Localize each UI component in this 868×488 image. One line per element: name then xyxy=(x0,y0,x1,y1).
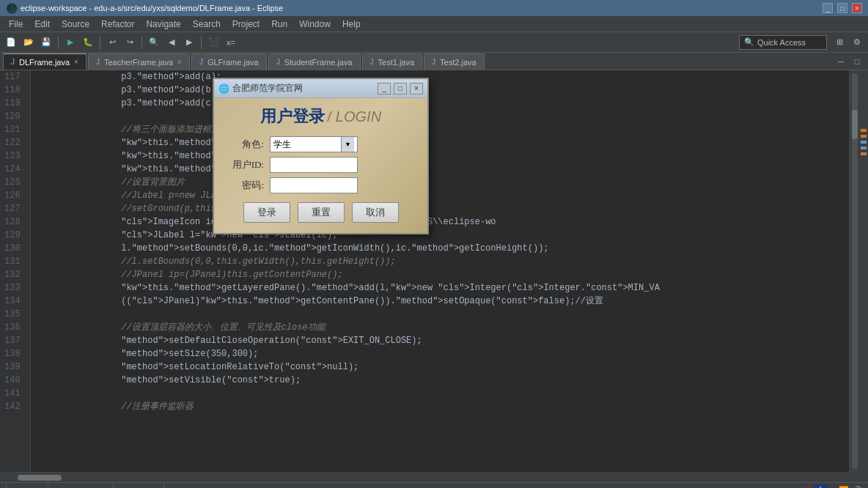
line-number: 121 xyxy=(4,123,26,136)
vars-button[interactable]: x= xyxy=(223,34,239,51)
quick-access-box[interactable]: 🔍 Quick Access xyxy=(739,35,827,50)
menu-bar: File Edit Source Refactor Navigate Searc… xyxy=(0,16,868,32)
console-button[interactable]: ⬛ xyxy=(205,34,221,51)
menu-source[interactable]: Source xyxy=(56,18,95,31)
login-button[interactable]: 登录 xyxy=(243,202,290,223)
java-icon-glframe: J xyxy=(199,58,203,66)
code-line: //将三个面板添加进框架容器中 xyxy=(37,123,843,136)
menu-search[interactable]: Search xyxy=(187,18,227,31)
status-position: 194 : 18 xyxy=(122,483,164,488)
menu-navigate[interactable]: Navigate xyxy=(140,18,186,31)
close-button[interactable]: × xyxy=(852,3,862,13)
line-number: 137 xyxy=(4,334,26,347)
code-line: "method">setVisible("const">true); xyxy=(37,374,843,387)
separator-1 xyxy=(58,36,59,49)
reset-button[interactable]: 重置 xyxy=(298,202,345,223)
next-button[interactable]: ▶ xyxy=(181,34,197,51)
line-number: 119 xyxy=(4,97,26,110)
separator-4 xyxy=(201,36,202,49)
code-line: "cls">ImageIcon ic="kw">new "cls">ImageI… xyxy=(37,215,843,229)
scrollbar-thumb[interactable] xyxy=(852,110,858,139)
line-number: 134 xyxy=(4,295,26,308)
menu-help[interactable]: Help xyxy=(336,18,367,31)
settings-button[interactable]: ⚙ xyxy=(849,34,865,51)
prev-button[interactable]: ◀ xyxy=(163,34,180,51)
run-button[interactable]: ▶ xyxy=(62,34,78,51)
new-button[interactable]: 📄 xyxy=(3,34,19,51)
menu-edit[interactable]: Edit xyxy=(29,18,56,31)
code-line: "method">setSize(350,300); xyxy=(37,347,843,361)
undo-button[interactable]: ↩ xyxy=(104,34,120,51)
line-number: 140 xyxy=(4,374,26,387)
tab-glframe[interactable]: J GLFrame.java xyxy=(191,53,267,70)
maximize-editor-button[interactable]: □ xyxy=(849,53,865,70)
userid-label: 用户ID: xyxy=(226,158,264,171)
tab-test1[interactable]: J Test1.java xyxy=(362,53,423,70)
minimize-button[interactable]: _ xyxy=(823,3,833,13)
status-insert-mode: Smart Insert xyxy=(57,483,114,488)
toolbar: 📄 📂 💾 ▶ 🐛 ↩ ↪ 🔍 ◀ ▶ ⬛ x= 🔍 Quick Access … xyxy=(0,32,868,53)
line-number: 125 xyxy=(4,176,26,189)
save-button[interactable]: 💾 xyxy=(38,34,54,51)
title-bar-controls: _ □ × xyxy=(823,3,862,13)
line-number: 138 xyxy=(4,347,26,361)
sonar-icon: S xyxy=(804,485,811,489)
perspective-button[interactable]: ⊞ xyxy=(831,34,847,51)
menu-window[interactable]: Window xyxy=(293,18,336,31)
tab-close-teacherframe[interactable]: × xyxy=(177,58,182,66)
dialog-window: 🌐 合肥师范学院官网 _ □ × 用户登录 / LOGIN 角色: 学生 xyxy=(213,78,429,234)
tab-close-dlframe[interactable]: × xyxy=(74,58,78,66)
maximize-button[interactable]: □ xyxy=(837,3,847,13)
code-line: "method">setLocationRelativeTo("const">n… xyxy=(37,361,843,374)
form-row-role: 角色: 学生 ▼ xyxy=(226,136,416,152)
code-area[interactable]: p3."method">add(a); p3."method">add(b); … xyxy=(31,70,849,472)
line-numbers: 1171181191201211221231241251261271281291… xyxy=(0,70,31,472)
line-number: 136 xyxy=(4,321,26,334)
redo-button[interactable]: ↪ xyxy=(122,34,138,51)
java-icon-dlframe: J xyxy=(11,58,15,66)
menu-file[interactable]: File xyxy=(3,18,29,31)
code-line: //JPanel ip=(JPanel)this.getContentPane(… xyxy=(37,268,843,281)
tab-label-glframe: GLFrame.java xyxy=(207,58,259,67)
scrollbar-track[interactable] xyxy=(852,73,858,469)
dialog-close-button[interactable]: × xyxy=(410,83,423,95)
code-line: "kw">this."method">getLayeredPane()."met… xyxy=(37,281,843,295)
role-label: 角色: xyxy=(226,138,264,151)
tab-studentframe[interactable]: J StudentFrame.java xyxy=(268,53,361,70)
hscroll-thumb[interactable] xyxy=(18,475,62,481)
dialog-maximize-button[interactable]: □ xyxy=(394,83,407,95)
menu-project[interactable]: Project xyxy=(227,18,265,31)
password-input[interactable] xyxy=(270,177,358,193)
line-number: 120 xyxy=(4,110,26,123)
annotation-bar xyxy=(859,70,868,472)
dialog-title-text: 合肥师范学院官网 xyxy=(232,82,375,95)
line-number: 135 xyxy=(4,308,26,321)
form-row-userid: 用户ID: xyxy=(226,157,416,173)
line-number: 129 xyxy=(4,229,26,242)
menu-run[interactable]: Run xyxy=(265,18,293,31)
tab-test2[interactable]: J Test2.java xyxy=(424,53,485,70)
java-icon-studentframe: J xyxy=(276,58,280,66)
window-title: eclipse-workspace - edu-a-s/src/edu/yxs/… xyxy=(21,4,283,12)
debug-button[interactable]: 🐛 xyxy=(80,34,96,51)
dialog-title-bar: 🌐 合肥师范学院官网 _ □ × xyxy=(214,79,427,98)
open-button[interactable]: 📂 xyxy=(21,34,37,51)
userid-input[interactable] xyxy=(270,157,358,173)
status-right: S 中 ● 📶 🔊 xyxy=(804,484,862,488)
code-line: "kw">this."method">add(p3); xyxy=(37,163,843,176)
tab-teacherframe[interactable]: J TeacherFrame.java × xyxy=(88,53,190,70)
dialog-minimize-button[interactable]: _ xyxy=(378,83,391,95)
editor-hscroll[interactable] xyxy=(0,472,868,482)
search-toolbar-button[interactable]: 🔍 xyxy=(146,34,162,51)
menu-refactor[interactable]: Refactor xyxy=(95,18,140,31)
tab-label-test2: Test2.java xyxy=(440,58,477,67)
cancel-button[interactable]: 取消 xyxy=(352,202,399,223)
minimize-editor-button[interactable]: ─ xyxy=(833,53,849,70)
tab-dlframe[interactable]: J DLFrame.java × xyxy=(3,53,87,70)
status-bar: Writable Smart Insert 194 : 18 S 中 ● 📶 🔊 xyxy=(0,482,868,488)
line-number: 130 xyxy=(4,242,26,255)
code-line: "kw">this."method">add(p2); xyxy=(37,149,843,163)
role-dropdown[interactable]: 学生 ▼ xyxy=(270,136,358,152)
editor-scrollbar[interactable] xyxy=(849,70,859,472)
dropdown-arrow-icon[interactable]: ▼ xyxy=(341,137,354,152)
